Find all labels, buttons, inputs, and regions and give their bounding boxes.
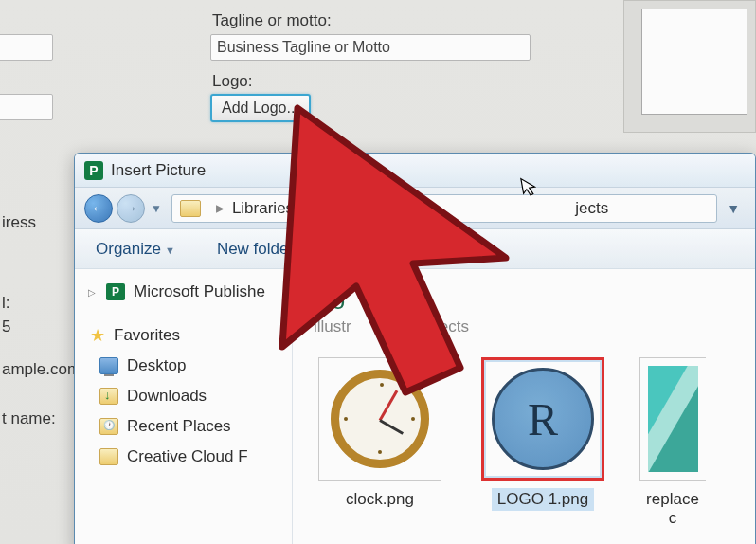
sidebar-item-label: Recent Places — [127, 417, 231, 436]
replace-thumb-icon — [648, 366, 698, 472]
desktop-icon — [99, 357, 118, 374]
breadcrumb-projects[interactable]: jects — [575, 199, 608, 218]
dialog-content: Documents Library illustrations > projec… — [293, 269, 755, 544]
library-subtitle: illustrations > projects — [314, 317, 734, 336]
sidebar-item-recent-places[interactable]: Recent Places — [75, 411, 292, 442]
file-item-replace[interactable]: replace c — [639, 357, 706, 530]
star-icon: ★ — [90, 327, 105, 344]
file-item-logo[interactable]: R LOGO 1.png — [477, 357, 609, 530]
dialog-toolbar: Organize▼ New folder — [75, 229, 755, 269]
breadcrumb-libraries[interactable]: Libraries — [232, 199, 294, 218]
preview-panel — [623, 0, 756, 133]
nav-back-button[interactable]: ← — [84, 194, 113, 223]
file-name: replace c — [639, 488, 706, 530]
label-address-partial: iress — [2, 213, 36, 232]
file-name: LOGO 1.png — [492, 488, 594, 511]
dialog-sidebar: ▷ P Microsoft Publishe ★ Favorites Deskt… — [75, 269, 293, 544]
logo-label: Logo: — [212, 72, 253, 91]
dialog-navbar: ← → ▼ ▸ Libraries ▸ XXXXXXXXXXXXXXXXXXXX… — [75, 188, 755, 229]
partial-input-2[interactable] — [0, 94, 53, 120]
tree-expand-icon[interactable]: ▷ — [88, 287, 96, 298]
organize-menu[interactable]: Organize▼ — [96, 240, 175, 259]
sidebar-item-label: Downloads — [127, 387, 207, 406]
file-name: clock.png — [340, 488, 420, 511]
dialog-title: Insert Picture — [111, 161, 206, 180]
publisher-icon: P — [106, 283, 125, 300]
label-il: l: — [2, 294, 10, 313]
tagline-input[interactable] — [210, 34, 531, 61]
insert-picture-dialog: P Insert Picture ← → ▼ ▸ Libraries ▸ XXX… — [74, 153, 756, 544]
nav-forward-button[interactable]: → — [117, 194, 145, 223]
tagline-label: Tagline or motto: — [212, 11, 332, 30]
file-thumb: R — [481, 357, 604, 481]
breadcrumb-sep-icon: ▸ — [216, 198, 225, 218]
dialog-titlebar: P Insert Picture — [75, 154, 755, 188]
folder-icon — [180, 200, 201, 217]
sidebar-item-creative-cloud[interactable]: Creative Cloud F — [75, 442, 292, 472]
logo-icon: R — [492, 368, 594, 470]
address-dropdown-icon[interactable]: ▼ — [727, 201, 740, 216]
recent-places-icon — [99, 418, 118, 435]
library-title: Documents Library — [314, 286, 734, 316]
creative-cloud-icon — [99, 448, 118, 465]
file-thumb — [639, 357, 706, 481]
file-list: clock.png R LOGO 1.png replace c — [314, 357, 734, 530]
val-sample: ample.com — [2, 360, 81, 379]
preview-thumb — [641, 9, 747, 115]
dialog-body: ▷ P Microsoft Publishe ★ Favorites Deskt… — [75, 269, 755, 544]
sidebar-item-desktop[interactable]: Desktop — [75, 351, 292, 381]
sidebar-item-label: Favorites — [114, 326, 180, 345]
add-logo-button[interactable]: Add Logo... — [210, 94, 311, 122]
sidebar-item-favorites[interactable]: ★ Favorites — [75, 320, 292, 351]
file-item-clock[interactable]: clock.png — [314, 357, 446, 530]
sidebar-item-downloads[interactable]: Downloads — [75, 381, 292, 411]
file-thumb — [318, 357, 441, 481]
publisher-app-icon: P — [84, 161, 103, 180]
breadcrumb-sep-icon: ▸ — [301, 198, 310, 218]
clock-icon — [331, 370, 429, 468]
sidebar-item-label: Desktop — [127, 356, 186, 375]
new-folder-button[interactable]: New folder — [217, 240, 294, 259]
sidebar-item-label: Creative Cloud F — [127, 447, 248, 466]
nav-history-chevron[interactable]: ▼ — [151, 202, 162, 215]
sidebar-item-publisher[interactable]: ▷ P Microsoft Publishe — [75, 277, 292, 307]
partial-input-1[interactable] — [0, 34, 53, 61]
address-bar[interactable]: ▸ Libraries ▸ XXXXXXXXXXXXXXXXXXXXXXXX j… — [171, 194, 717, 223]
sidebar-item-label: Microsoft Publishe — [134, 282, 265, 301]
downloads-icon — [99, 388, 118, 405]
val-5: 5 — [2, 317, 10, 336]
label-tname: t name: — [2, 409, 56, 428]
